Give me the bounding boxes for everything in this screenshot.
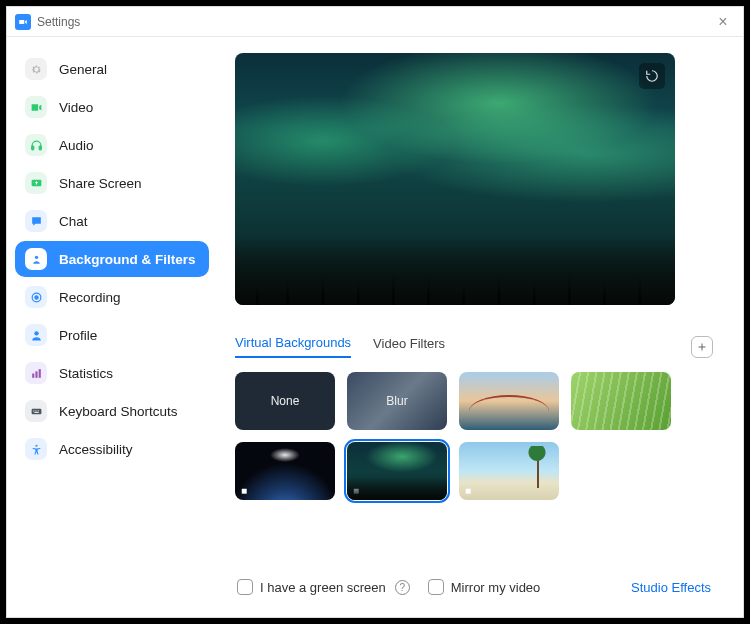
svg-point-5 <box>34 295 37 298</box>
thumb-aurora[interactable]: ■ <box>347 442 447 500</box>
sidebar-item-label: Profile <box>59 328 97 343</box>
svg-point-15 <box>35 444 37 446</box>
sidebar-item-accessibility[interactable]: Accessibility <box>15 431 209 467</box>
svg-point-3 <box>34 255 37 258</box>
svg-rect-7 <box>32 373 34 377</box>
thumb-beach[interactable]: ■ <box>459 442 559 500</box>
sidebar-item-video[interactable]: Video <box>15 89 209 125</box>
chat-icon <box>25 210 47 232</box>
checkbox-label: Mirror my video <box>451 580 541 595</box>
settings-window: Settings × General Video Audio <box>6 6 744 618</box>
video-preview <box>235 53 675 305</box>
background-icon <box>25 248 47 270</box>
svg-rect-14 <box>34 412 38 413</box>
window-title: Settings <box>37 15 711 29</box>
sidebar-item-profile[interactable]: Profile <box>15 317 209 353</box>
sidebar-item-share-screen[interactable]: Share Screen <box>15 165 209 201</box>
app-icon <box>15 14 31 30</box>
checkbox-icon <box>237 579 253 595</box>
thumb-earth[interactable]: ■ <box>235 442 335 500</box>
sidebar-item-label: Background & Filters <box>59 252 196 267</box>
sidebar-item-chat[interactable]: Chat <box>15 203 209 239</box>
main-panel: Virtual Backgrounds Video Filters None B… <box>217 37 743 617</box>
titlebar: Settings × <box>7 7 743 37</box>
thumb-label: None <box>271 394 300 408</box>
profile-icon <box>25 324 47 346</box>
sidebar-item-general[interactable]: General <box>15 51 209 87</box>
headphones-icon <box>25 134 47 156</box>
add-background-button[interactable] <box>691 336 713 358</box>
sidebar-item-label: Statistics <box>59 366 113 381</box>
sidebar-item-label: Keyboard Shortcuts <box>59 404 178 419</box>
checkbox-icon <box>428 579 444 595</box>
svg-rect-0 <box>31 146 33 150</box>
keyboard-icon <box>25 400 47 422</box>
studio-effects-link[interactable]: Studio Effects <box>631 580 711 595</box>
sidebar-item-label: Chat <box>59 214 88 229</box>
svg-rect-13 <box>37 410 38 411</box>
rotate-icon[interactable] <box>639 63 665 89</box>
thumb-bridge[interactable] <box>459 372 559 430</box>
tab-video-filters[interactable]: Video Filters <box>373 336 445 357</box>
sidebar: General Video Audio Share Screen Chat <box>7 37 217 617</box>
sidebar-item-recording[interactable]: Recording <box>15 279 209 315</box>
sidebar-item-label: Audio <box>59 138 94 153</box>
thumb-blur[interactable]: Blur <box>347 372 447 430</box>
checkbox-mirror-video[interactable]: Mirror my video <box>428 579 541 595</box>
tab-virtual-backgrounds[interactable]: Virtual Backgrounds <box>235 335 351 358</box>
thumb-grass[interactable] <box>571 372 671 430</box>
svg-rect-8 <box>35 371 37 378</box>
sidebar-item-label: Video <box>59 100 93 115</box>
sidebar-item-label: Recording <box>59 290 121 305</box>
sidebar-item-audio[interactable]: Audio <box>15 127 209 163</box>
background-thumbnails: None Blur ■ ■ ■ <box>235 372 713 500</box>
tabs: Virtual Backgrounds Video Filters <box>235 335 713 358</box>
thumb-label: Blur <box>386 394 407 408</box>
gear-icon <box>25 58 47 80</box>
sidebar-item-keyboard-shortcuts[interactable]: Keyboard Shortcuts <box>15 393 209 429</box>
svg-rect-1 <box>39 146 41 150</box>
share-screen-icon <box>25 172 47 194</box>
checkbox-label: I have a green screen <box>260 580 386 595</box>
close-icon[interactable]: × <box>711 13 735 31</box>
sidebar-item-statistics[interactable]: Statistics <box>15 355 209 391</box>
svg-rect-12 <box>35 410 36 411</box>
sidebar-item-label: Accessibility <box>59 442 133 457</box>
footer: I have a green screen ? Mirror my video … <box>235 567 713 601</box>
sidebar-item-background-filters[interactable]: Background & Filters <box>15 241 209 277</box>
video-icon <box>25 96 47 118</box>
video-indicator-icon: ■ <box>465 485 471 496</box>
sidebar-item-label: General <box>59 62 107 77</box>
sidebar-item-label: Share Screen <box>59 176 142 191</box>
help-icon[interactable]: ? <box>395 580 410 595</box>
video-indicator-icon: ■ <box>353 485 359 496</box>
recording-icon <box>25 286 47 308</box>
statistics-icon <box>25 362 47 384</box>
video-indicator-icon: ■ <box>241 485 247 496</box>
svg-rect-9 <box>38 369 40 378</box>
checkbox-green-screen[interactable]: I have a green screen ? <box>237 579 410 595</box>
svg-point-6 <box>34 331 38 335</box>
thumb-none[interactable]: None <box>235 372 335 430</box>
accessibility-icon <box>25 438 47 460</box>
svg-rect-11 <box>33 410 34 411</box>
